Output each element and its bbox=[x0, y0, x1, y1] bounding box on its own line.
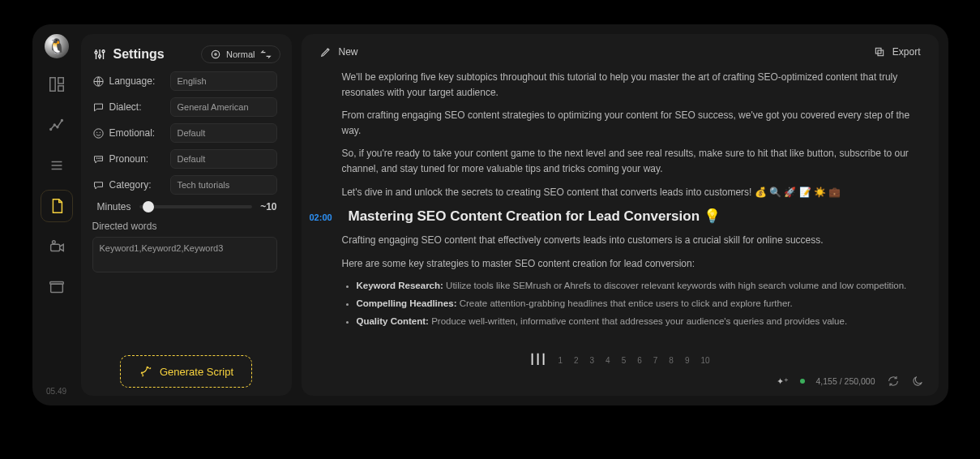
svg-point-17 bbox=[95, 51, 97, 54]
section-heading: Mastering SEO Content Creation for Lead … bbox=[349, 208, 721, 225]
dialect-select[interactable]: General American bbox=[170, 97, 277, 117]
pronoun-select[interactable]: Default bbox=[170, 149, 277, 169]
pen-icon bbox=[319, 45, 332, 58]
moon-icon[interactable] bbox=[911, 375, 924, 388]
svg-point-20 bbox=[212, 50, 219, 58]
paragraph: Let's dive in and unlock the secrets to … bbox=[342, 185, 914, 200]
svg-point-28 bbox=[101, 157, 101, 158]
settings-title: Settings bbox=[92, 47, 165, 62]
ruler-mark: 3 bbox=[590, 356, 595, 365]
svg-point-19 bbox=[102, 50, 105, 53]
target-icon bbox=[210, 49, 221, 60]
svg-point-25 bbox=[100, 131, 101, 132]
generate-script-button[interactable]: Generate Script bbox=[120, 355, 252, 388]
minutes-label: Minutes bbox=[92, 201, 131, 212]
list-item: Quality Content: Produce well-written, i… bbox=[357, 315, 914, 329]
svg-point-24 bbox=[96, 131, 97, 132]
app-window: 🐧 05.49 Settings Normal bbox=[32, 24, 948, 405]
svg-rect-10 bbox=[50, 244, 59, 251]
ruler-mark: 9 bbox=[685, 356, 690, 365]
language-label: Language: bbox=[92, 75, 164, 88]
list-item: Compelling Headlines: Create attention-g… bbox=[357, 297, 914, 311]
directed-words-label: Directed words bbox=[92, 221, 277, 232]
export-button[interactable]: Export bbox=[868, 42, 926, 62]
paragraph: Here are some key strategies to master S… bbox=[342, 256, 914, 272]
nav-archive-icon[interactable] bbox=[41, 271, 73, 303]
paragraph: So, if you're ready to take your content… bbox=[342, 146, 914, 176]
dialect-label: Dialect: bbox=[92, 101, 164, 114]
svg-point-21 bbox=[215, 54, 216, 55]
timestamp[interactable]: 02:00 bbox=[310, 212, 337, 222]
language-select[interactable]: English bbox=[170, 71, 277, 91]
paragraph: From crafting engaging SEO content strat… bbox=[342, 108, 914, 138]
svg-rect-30 bbox=[875, 48, 881, 54]
minutes-value: ~10 bbox=[260, 201, 276, 212]
emotional-select[interactable]: Default bbox=[170, 123, 277, 143]
category-select[interactable]: Tech tutorials bbox=[170, 175, 277, 195]
refresh-icon[interactable] bbox=[887, 375, 900, 388]
mode-label: Normal bbox=[226, 49, 255, 59]
minutes-slider[interactable] bbox=[139, 205, 253, 208]
ruler-mark: 5 bbox=[622, 356, 627, 365]
svg-point-27 bbox=[98, 157, 99, 158]
token-count: 4,155 / 250,000 bbox=[816, 376, 875, 386]
svg-point-26 bbox=[96, 157, 97, 158]
swap-icon bbox=[260, 49, 272, 60]
svg-rect-2 bbox=[58, 86, 62, 91]
sparkle-icon: ✦⁺ bbox=[777, 376, 789, 386]
version-label: 05.49 bbox=[46, 387, 66, 396]
speech-icon bbox=[92, 153, 105, 165]
ruler-mark: 7 bbox=[653, 356, 658, 365]
settings-panel: Settings Normal Language: English Dialec… bbox=[81, 34, 292, 396]
new-button[interactable]: New bbox=[315, 42, 363, 62]
tag-icon bbox=[92, 179, 105, 191]
svg-point-3 bbox=[49, 129, 51, 131]
ruler-mark: 6 bbox=[637, 356, 642, 365]
mode-selector[interactable]: Normal bbox=[201, 45, 280, 63]
bullet-list: Keyword Research: Utilize tools like SEM… bbox=[357, 279, 914, 328]
status-dot bbox=[800, 379, 805, 384]
paragraph: Crafting engaging SEO content that effec… bbox=[342, 233, 914, 248]
ruler-mark: 1 bbox=[558, 356, 563, 365]
export-icon bbox=[873, 45, 886, 58]
svg-rect-1 bbox=[58, 78, 62, 84]
svg-rect-13 bbox=[49, 282, 63, 285]
svg-rect-12 bbox=[50, 284, 62, 292]
article-body[interactable]: We'll be exploring five key subtopics th… bbox=[302, 70, 939, 347]
emotional-label: Emotional: bbox=[92, 127, 164, 139]
wand-icon bbox=[139, 364, 153, 379]
nav-strip: 🐧 05.49 bbox=[32, 24, 81, 405]
nav-document-icon[interactable] bbox=[41, 190, 73, 222]
nav-camera-icon[interactable] bbox=[41, 230, 73, 263]
svg-rect-31 bbox=[878, 50, 884, 56]
sliders-icon bbox=[92, 47, 107, 62]
timeline-ruler[interactable]: ┃┃┃ 1 2 3 4 5 6 7 8 9 10 bbox=[302, 347, 939, 368]
ruler-mark: 8 bbox=[669, 356, 674, 365]
ruler-mark: 10 bbox=[700, 356, 709, 365]
list-item: Keyword Research: Utilize tools like SEM… bbox=[357, 279, 914, 294]
globe-icon bbox=[92, 75, 105, 88]
directed-words-input[interactable] bbox=[92, 237, 277, 272]
svg-point-6 bbox=[61, 120, 62, 122]
paragraph: We'll be exploring five key subtopics th… bbox=[342, 70, 914, 100]
nav-list-icon[interactable] bbox=[41, 149, 73, 182]
category-label: Category: bbox=[92, 179, 164, 191]
ruler-cursor-icon[interactable]: ┃┃┃ bbox=[529, 354, 546, 365]
svg-rect-0 bbox=[49, 78, 54, 92]
content-panel: New Export We'll be exploring five key s… bbox=[302, 34, 939, 396]
svg-point-11 bbox=[52, 241, 55, 244]
nav-analytics-icon[interactable] bbox=[41, 109, 73, 141]
pronoun-label: Pronoun: bbox=[92, 153, 164, 165]
slider-handle[interactable] bbox=[143, 201, 154, 212]
smile-icon bbox=[92, 127, 105, 139]
svg-point-23 bbox=[93, 128, 102, 137]
nav-layout-icon[interactable] bbox=[41, 68, 73, 101]
status-bar: ✦⁺ 4,155 / 250,000 bbox=[302, 368, 939, 396]
ruler-mark: 2 bbox=[574, 356, 579, 365]
ruler-mark: 4 bbox=[606, 356, 610, 365]
avatar[interactable]: 🐧 bbox=[45, 34, 69, 58]
svg-point-18 bbox=[98, 55, 101, 58]
chat-icon bbox=[92, 101, 105, 114]
